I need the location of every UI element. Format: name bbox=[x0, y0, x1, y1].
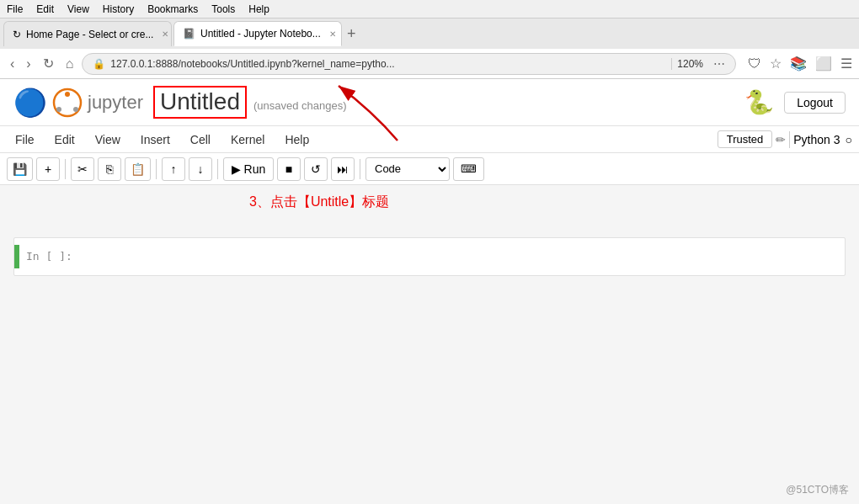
restart-button[interactable]: ↺ bbox=[304, 157, 328, 181]
new-tab-button[interactable]: + bbox=[347, 25, 356, 43]
svg-point-3 bbox=[73, 107, 78, 112]
library-icon: 📚 bbox=[790, 56, 807, 72]
cell-type-select[interactable]: Code Markdown Raw NBConvert bbox=[365, 157, 450, 181]
refresh-button[interactable]: ↻ bbox=[40, 54, 57, 73]
jupyter-menu-insert[interactable]: Insert bbox=[132, 131, 179, 148]
notebook-title-area: Untitled (unsaved changes) bbox=[153, 86, 347, 119]
keyboard-shortcuts-button[interactable]: ⌨ bbox=[453, 157, 484, 181]
jupyter-logo-text: jupyter bbox=[88, 92, 143, 114]
cut-button[interactable]: ✂ bbox=[71, 157, 94, 181]
logout-button[interactable]: Logout bbox=[784, 92, 846, 114]
menu-dots-icon: ☰ bbox=[840, 56, 852, 72]
jupyter-svg-icon bbox=[52, 88, 83, 118]
unsaved-changes-text: (unsaved changes) bbox=[253, 99, 347, 112]
add-cell-button[interactable]: + bbox=[36, 157, 60, 181]
move-up-icon: ↑ bbox=[171, 162, 177, 176]
notebook-cell: In [ ]: bbox=[13, 237, 846, 276]
tab-home-close[interactable]: ✕ bbox=[162, 29, 168, 39]
run-button[interactable]: ▶ Run bbox=[223, 157, 274, 181]
annotation-text: 3、点击【Untitle】标题 bbox=[249, 194, 389, 211]
notebook-area: In [ ]: bbox=[0, 227, 859, 293]
address-bar: ‹ › ↻ ⌂ 🔒 127.0.0.1:8888/notebooks/Untit… bbox=[0, 49, 859, 79]
jupyter-menu-bar: File Edit View Insert Cell Kernel Help T… bbox=[0, 126, 859, 153]
menu-bookmarks[interactable]: Bookmarks bbox=[147, 3, 198, 15]
tab-jupyter-close[interactable]: ✕ bbox=[329, 29, 336, 39]
svg-point-1 bbox=[65, 92, 70, 97]
menu-divider bbox=[789, 131, 790, 148]
notebook-title[interactable]: Untitled bbox=[153, 86, 247, 119]
browser-menu-bar: File Edit View History Bookmarks Tools H… bbox=[0, 0, 859, 19]
lock-icon: 🔒 bbox=[93, 58, 105, 70]
watermark: @51CTO博客 bbox=[786, 483, 849, 497]
fast-forward-icon: ⏭ bbox=[337, 162, 349, 176]
jupyter-header: 🔵 jupyter Untitled (unsaved changes) 🐍 L… bbox=[0, 79, 859, 126]
toolbar-separator-4 bbox=[360, 159, 360, 179]
url-actions: ⋯ bbox=[713, 57, 725, 71]
toolbar-separator-1 bbox=[65, 159, 66, 179]
jupyter-toolbar: 💾 + ✂ ⎘ 📋 ↑ ↓ ▶ Run ■ ↺ ⏭ Code Markdown … bbox=[0, 153, 859, 185]
tab-home-label: Home Page - Select or cre... bbox=[26, 29, 153, 40]
trusted-button[interactable]: Trusted bbox=[718, 130, 773, 148]
shield-icon: 🛡 bbox=[748, 56, 761, 72]
menu-file[interactable]: File bbox=[7, 3, 23, 15]
back-button[interactable]: ‹ bbox=[7, 55, 18, 73]
jupyter-menu-view[interactable]: View bbox=[87, 131, 129, 148]
stop-button[interactable]: ■ bbox=[277, 157, 301, 181]
cell-row: In [ ]: bbox=[14, 245, 845, 268]
menu-view[interactable]: View bbox=[67, 3, 89, 15]
cell-input[interactable] bbox=[87, 245, 845, 268]
home-button[interactable]: ⌂ bbox=[62, 55, 77, 73]
browser-right-icons: 🛡 ☆ 📚 ⬜ ☰ bbox=[748, 56, 852, 72]
browser-tab-jupyter[interactable]: 📓 Untitled - Jupyter Notebo... ✕ bbox=[173, 21, 342, 46]
tab-loading-icon: ↻ bbox=[13, 29, 21, 40]
save-icon: 💾 bbox=[13, 162, 27, 176]
run-label: ▶ Run bbox=[232, 162, 266, 176]
jupyter-menu-kernel[interactable]: Kernel bbox=[222, 131, 273, 148]
copy-button[interactable]: ⎘ bbox=[98, 157, 121, 181]
copy-icon: ⎘ bbox=[106, 162, 113, 176]
menu-help[interactable]: Help bbox=[248, 3, 269, 15]
toolbar-separator-2 bbox=[156, 159, 157, 179]
edit-pencil-icon[interactable]: ✏ bbox=[776, 133, 786, 146]
menu-edit[interactable]: Edit bbox=[36, 3, 54, 15]
forward-button[interactable]: › bbox=[23, 55, 34, 73]
split-view-icon: ⬜ bbox=[815, 56, 832, 72]
zoom-level: 120% bbox=[671, 58, 708, 70]
tab-jupyter-icon: 📓 bbox=[183, 28, 195, 40]
keyboard-icon: ⌨ bbox=[461, 162, 477, 175]
paste-button[interactable]: 📋 bbox=[125, 157, 151, 181]
fast-forward-button[interactable]: ⏭ bbox=[331, 157, 355, 181]
jupyter-menu-help[interactable]: Help bbox=[276, 131, 317, 148]
menu-history[interactable]: History bbox=[103, 3, 134, 15]
move-down-icon: ↓ bbox=[198, 162, 204, 176]
move-down-button[interactable]: ↓ bbox=[189, 157, 212, 181]
menu-tools[interactable]: Tools bbox=[211, 3, 235, 15]
kernel-name: Python 3 bbox=[793, 133, 840, 146]
paste-icon: 📋 bbox=[131, 162, 145, 176]
browser-tab-home[interactable]: ↻ Home Page - Select or cre... ✕ bbox=[3, 21, 172, 46]
jupyter-header-right: 🐍 Logout bbox=[744, 88, 846, 116]
jupyter-logo-icon: 🔵 bbox=[13, 87, 47, 119]
url-text: 127.0.0.1:8888/notebooks/Untitled.ipynb?… bbox=[110, 58, 666, 70]
jupyter-logo: 🔵 jupyter bbox=[13, 87, 143, 119]
jupyter-menu-file[interactable]: File bbox=[7, 131, 43, 148]
add-icon: + bbox=[45, 162, 51, 176]
annotation-area: 3、点击【Untitle】标题 bbox=[0, 185, 859, 227]
jupyter-menu-cell[interactable]: Cell bbox=[182, 131, 219, 148]
restart-icon: ↺ bbox=[311, 162, 321, 176]
bookmark-icon: ☆ bbox=[770, 56, 782, 72]
url-bar[interactable]: 🔒 127.0.0.1:8888/notebooks/Untitled.ipyn… bbox=[82, 53, 736, 75]
kernel-info: Python 3 ○ bbox=[793, 133, 852, 146]
kernel-circle-icon: ○ bbox=[846, 133, 852, 146]
cell-prompt: In [ ]: bbox=[19, 245, 87, 268]
jupyter-menu-edit[interactable]: Edit bbox=[46, 131, 83, 148]
tab-jupyter-label: Untitled - Jupyter Notebo... bbox=[200, 28, 321, 40]
svg-point-2 bbox=[56, 107, 61, 112]
move-up-button[interactable]: ↑ bbox=[162, 157, 185, 181]
browser-tab-bar: ↻ Home Page - Select or cre... ✕ 📓 Untit… bbox=[0, 19, 859, 49]
save-button[interactable]: 💾 bbox=[7, 157, 33, 181]
python-logo: 🐍 bbox=[744, 88, 774, 116]
toolbar-separator-3 bbox=[217, 159, 218, 179]
cut-icon: ✂ bbox=[77, 162, 88, 176]
stop-icon: ■ bbox=[285, 162, 292, 176]
